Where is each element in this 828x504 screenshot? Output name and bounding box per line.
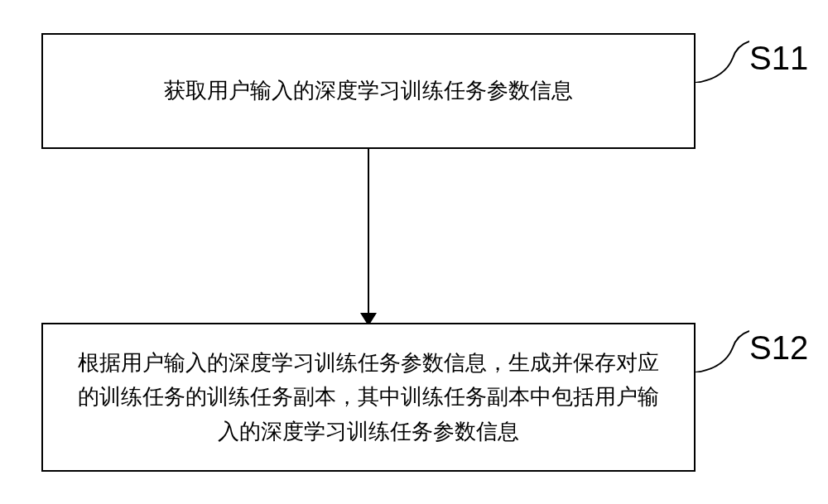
step-box-2: 根据用户输入的深度学习训练任务参数信息，生成并保存对应的训练任务的训练任务副本，… <box>41 323 696 472</box>
step-text-2: 根据用户输入的深度学习训练任务参数信息，生成并保存对应的训练任务的训练任务副本，… <box>76 346 661 449</box>
step-box-1: 获取用户输入的深度学习训练任务参数信息 <box>41 33 696 149</box>
connector-curve-2 <box>696 327 749 372</box>
arrow-line <box>368 149 369 323</box>
step-text-1: 获取用户输入的深度学习训练任务参数信息 <box>164 74 573 108</box>
step-label-2: S12 <box>749 329 808 367</box>
connector-curve-1 <box>696 37 749 83</box>
step-label-1: S11 <box>749 40 808 77</box>
flowchart-container: 获取用户输入的深度学习训练任务参数信息 S11 根据用户输入的深度学习训练任务参… <box>0 0 828 504</box>
